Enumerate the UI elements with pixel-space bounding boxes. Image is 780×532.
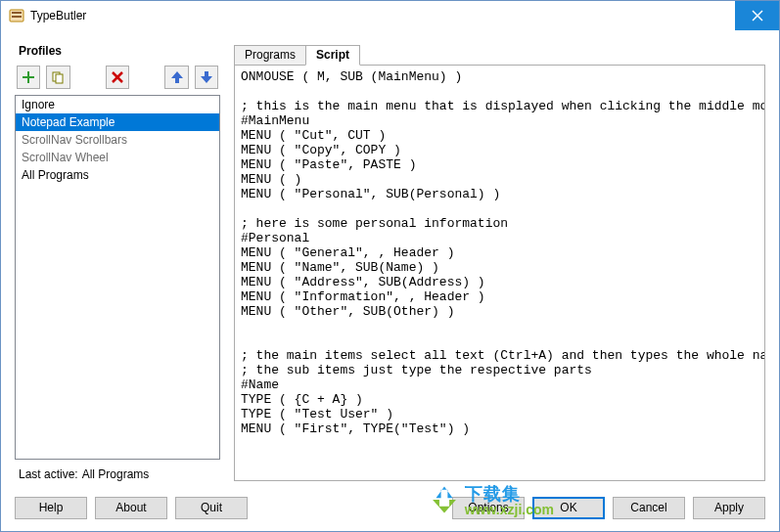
options-button[interactable]: Options <box>452 497 525 519</box>
arrow-down-icon <box>200 70 213 84</box>
svg-rect-1 <box>12 12 22 14</box>
tab-script[interactable]: Script <box>305 45 360 66</box>
cancel-button[interactable]: Cancel <box>613 497 685 519</box>
profiles-heading: Profiles <box>15 44 220 58</box>
close-icon <box>752 10 763 22</box>
copy-icon <box>51 70 65 84</box>
move-down-button[interactable] <box>195 66 218 89</box>
tab-programs[interactable]: Programs <box>234 45 306 66</box>
add-profile-button[interactable] <box>17 66 40 89</box>
move-up-button[interactable] <box>164 66 188 89</box>
plus-icon <box>22 70 35 84</box>
profile-item[interactable]: ScrollNav Wheel <box>16 149 219 166</box>
svg-marker-11 <box>171 71 183 83</box>
svg-marker-12 <box>201 71 212 83</box>
right-panel: Programs Script <box>234 44 765 481</box>
app-window: TypeButler Profiles <box>0 0 780 532</box>
last-active-value: All Programs <box>82 467 150 481</box>
arrow-up-icon <box>170 70 184 84</box>
footer: Help About Quit Options OK Cancel Apply <box>1 491 779 531</box>
profiles-panel: Profiles <box>15 44 220 481</box>
app-icon <box>9 8 24 23</box>
footer-left: Help About Quit <box>15 497 248 519</box>
titlebar: TypeButler <box>1 1 779 30</box>
script-editor-wrap <box>235 66 764 480</box>
help-button[interactable]: Help <box>15 497 87 519</box>
profiles-toolbar <box>15 62 220 95</box>
footer-right: Options OK Cancel Apply <box>452 497 765 519</box>
profile-item[interactable]: Notepad Example <box>16 113 219 131</box>
window-close-button[interactable] <box>735 1 779 30</box>
svg-rect-6 <box>23 76 34 78</box>
content-area: Profiles <box>1 30 779 491</box>
delete-profile-button[interactable] <box>106 66 129 89</box>
ok-button[interactable]: OK <box>532 497 605 519</box>
tab-content <box>234 66 765 481</box>
toolbar-spacer <box>76 66 100 89</box>
toolbar-spacer <box>135 66 159 89</box>
profile-item[interactable]: All Programs <box>16 166 219 184</box>
tabstrip: Programs Script <box>234 44 765 66</box>
svg-rect-2 <box>12 16 22 18</box>
last-active-label: Last active: <box>19 467 79 481</box>
copy-profile-button[interactable] <box>46 66 69 89</box>
x-icon <box>112 71 123 83</box>
svg-rect-8 <box>56 74 63 83</box>
script-editor[interactable] <box>235 66 764 480</box>
profile-item[interactable]: Ignore <box>16 96 219 113</box>
profiles-list[interactable]: IgnoreNotepad ExampleScrollNav Scrollbar… <box>15 95 220 460</box>
apply-button[interactable]: Apply <box>693 497 765 519</box>
about-button[interactable]: About <box>95 497 167 519</box>
quit-button[interactable]: Quit <box>175 497 248 519</box>
window-title: TypeButler <box>30 9 86 22</box>
last-active-row: Last active: All Programs <box>15 467 220 481</box>
profile-item[interactable]: ScrollNav Scrollbars <box>16 131 219 149</box>
